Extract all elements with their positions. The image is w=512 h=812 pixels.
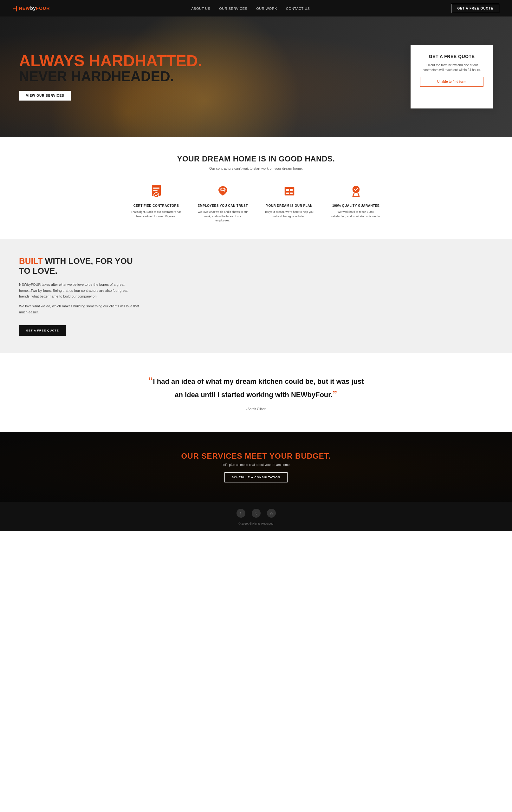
nav-contact[interactable]: CONTACT US: [286, 7, 310, 10]
trust-icon: [215, 183, 231, 200]
feature-quality-desc: We work hard to reach 100% satisfaction,…: [331, 210, 381, 219]
built-headline-orange: BUILT: [19, 256, 43, 266]
built-paragraph1: NEWbyFOUR takes after what we believe to…: [19, 282, 140, 299]
svg-rect-7: [284, 187, 295, 196]
logo-text: NEWbyFOUR: [19, 6, 50, 11]
close-quote: ”: [333, 388, 337, 399]
navbar: ⌐| NEWbyFOUR ABOUT US OUR SERVICES OUR W…: [0, 0, 512, 17]
feature-quality: 100% QUALITY GUARANTEE We work hard to r…: [331, 183, 381, 223]
feature-trust-desc: We love what we do and it shows in our w…: [198, 210, 248, 223]
testimonial-author: - Sarah Gilbert: [246, 407, 266, 411]
footer: f t in © 2019 All Rights Reserved: [0, 502, 512, 531]
view-services-button[interactable]: VIEW OUR SERVICES: [19, 91, 71, 100]
quality-icon: [348, 183, 364, 200]
linkedin-link[interactable]: in: [267, 509, 276, 518]
feature-trust: EMPLOYEES YOU CAN TRUST We love what we …: [198, 183, 248, 223]
linkedin-icon: in: [270, 511, 273, 515]
quote-card: GET A FREE QUOTE Fill out the form below…: [411, 45, 493, 109]
built-headline: BUILT WITH LOVE, FOR YOU TO LOVE.: [19, 256, 140, 276]
testimonial-section: “I had an idea of what my dream kitchen …: [0, 353, 512, 432]
good-hands-title: YOUR DREAM HOME IS IN GOOD HANDS.: [13, 154, 499, 163]
svg-rect-1: [153, 187, 159, 187]
hero-headline-line1: ALWAYS HARDHATTED.: [19, 53, 202, 69]
good-hands-subtitle: Our contractors can't wait to start work…: [13, 167, 499, 170]
svg-rect-2: [153, 188, 159, 189]
hero-content: ALWAYS HARDHATTED. NEVER HARDHEADED. VIE…: [0, 45, 512, 109]
services-title-dot: .: [328, 452, 331, 460]
svg-rect-8: [286, 189, 289, 191]
svg-rect-3: [153, 190, 157, 191]
svg-point-12: [352, 185, 360, 193]
quote-card-title: GET A FREE QUOTE: [420, 54, 483, 59]
feature-dream-desc: It's your dream, we're here to help you …: [264, 210, 315, 219]
svg-point-6: [224, 190, 225, 191]
certified-icon: [148, 183, 164, 200]
built-cta-button[interactable]: GET A FREE QUOTE: [19, 325, 66, 336]
logo-icon: ⌐|: [13, 5, 17, 12]
schedule-consultation-button[interactable]: SCHEDULE A CONSULTATION: [224, 472, 288, 483]
facebook-link[interactable]: f: [237, 509, 245, 518]
services-title-text: OUR SERVICES MEET YOUR BUDGET: [181, 452, 328, 460]
nav-about[interactable]: ABOUT US: [191, 7, 210, 10]
twitter-link[interactable]: t: [252, 509, 261, 518]
services-section: OUR SERVICES MEET YOUR BUDGET. Let's pla…: [0, 432, 512, 502]
feature-trust-title: EMPLOYEES YOU CAN TRUST: [198, 204, 248, 207]
feature-quality-title: 100% QUALITY GUARANTEE: [331, 204, 381, 207]
open-quote: “: [148, 375, 153, 386]
svg-point-5: [220, 190, 221, 191]
logo[interactable]: ⌐| NEWbyFOUR: [13, 5, 50, 12]
facebook-icon: f: [240, 511, 241, 515]
unable-form-button[interactable]: Unable to find form: [420, 77, 483, 87]
good-hands-section: YOUR DREAM HOME IS IN GOOD HANDS. Our co…: [0, 137, 512, 239]
nav-services[interactable]: OUR SERVICES: [219, 7, 247, 10]
nav-work[interactable]: OUR WORK: [256, 7, 277, 10]
svg-rect-11: [290, 193, 293, 194]
quote-card-description: Fill out the form below and one of our c…: [420, 63, 483, 72]
features-grid: CERTIFIED CONTRACTORS That's right. Each…: [13, 183, 499, 223]
dream-icon: [281, 183, 298, 200]
feature-dream-title: YOUR DREAM IS OUR PLAN: [264, 204, 315, 207]
services-title: OUR SERVICES MEET YOUR BUDGET.: [181, 452, 331, 461]
nav-links: ABOUT US OUR SERVICES OUR WORK CONTACT U…: [191, 5, 310, 11]
feature-certified-title: CERTIFIED CONTRACTORS: [131, 204, 182, 207]
built-paragraph2: We love what we do, which makes building…: [19, 303, 140, 315]
feature-certified: CERTIFIED CONTRACTORS That's right. Each…: [131, 183, 182, 223]
twitter-icon: t: [255, 511, 257, 515]
footer-social: f t in: [13, 509, 499, 518]
svg-rect-10: [286, 193, 289, 194]
feature-dream: YOUR DREAM IS OUR PLAN It's your dream, …: [264, 183, 315, 223]
svg-rect-9: [290, 189, 293, 191]
copyright: © 2019 All Rights Reserved: [13, 522, 499, 525]
hero-headline-line2: NEVER HARDHEADED.: [19, 69, 202, 84]
nav-get-quote-button[interactable]: GET A FREE QUOTE: [451, 4, 499, 13]
built-section: BUILT WITH LOVE, FOR YOU TO LOVE. NEWbyF…: [0, 239, 512, 354]
svg-point-4: [154, 193, 159, 198]
built-content: BUILT WITH LOVE, FOR YOU TO LOVE. NEWbyF…: [19, 256, 140, 336]
hero-section: ALWAYS HARDHATTED. NEVER HARDHEADED. VIE…: [0, 17, 512, 137]
testimonial-quote: “I had an idea of what my dream kitchen …: [148, 374, 364, 401]
services-subtitle: Let's plan a time to chat about your dre…: [221, 463, 291, 467]
feature-certified-desc: That's right. Each of our contractors ha…: [131, 210, 182, 219]
hero-text: ALWAYS HARDHATTED. NEVER HARDHEADED. VIE…: [19, 53, 202, 100]
